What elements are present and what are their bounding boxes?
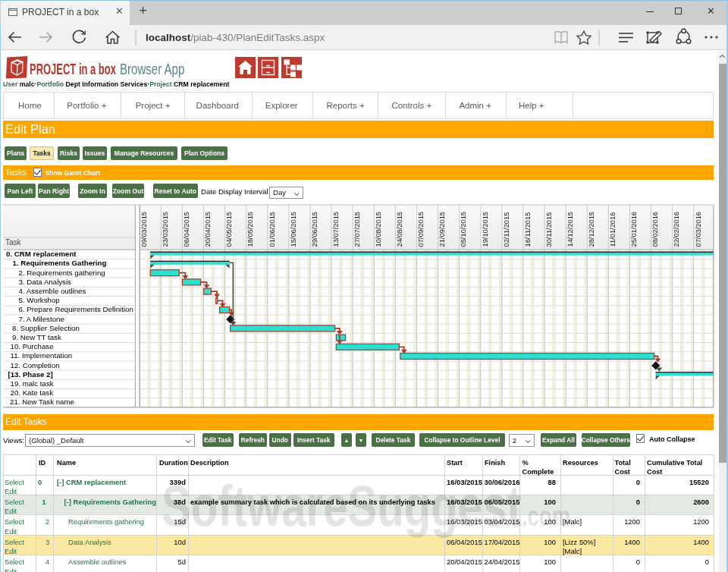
svg-text:08/02/2016: 08/02/2016 xyxy=(651,212,659,247)
svg-text:10. Purchase: 10. Purchase xyxy=(11,342,54,350)
svg-text:20/04/2015: 20/04/2015 xyxy=(204,212,212,247)
svg-text:1. Requirements Gathering: 1. Requirements Gathering xyxy=(13,259,107,267)
svg-text:29/06/2015: 29/06/2015 xyxy=(311,212,318,247)
svg-text:07/09/2015: 07/09/2015 xyxy=(417,212,425,247)
svg-text:18/05/2015: 18/05/2015 xyxy=(246,212,254,247)
svg-text:8. Supplier Selection: 8. Supplier Selection xyxy=(12,324,80,332)
svg-text:3. Data Analysis: 3. Data Analysis xyxy=(19,278,72,286)
svg-text:24/08/2015: 24/08/2015 xyxy=(396,212,403,247)
svg-text:13/07/2015: 13/07/2015 xyxy=(332,212,340,247)
svg-text:10/08/2015: 10/08/2015 xyxy=(375,212,382,247)
svg-text:21. New Task name: 21. New Task name xyxy=(10,398,74,406)
svg-text:Task: Task xyxy=(5,238,22,247)
svg-text:19/10/2015: 19/10/2015 xyxy=(482,212,489,247)
svg-text:06/04/2015: 06/04/2015 xyxy=(183,212,190,247)
svg-text:5. Workshop: 5. Workshop xyxy=(19,296,60,304)
svg-text:2. Requirements gathering: 2. Requirements gathering xyxy=(19,269,105,277)
svg-text:01/06/2015: 01/06/2015 xyxy=(268,212,276,247)
svg-text:9. New TT task: 9. New TT task xyxy=(12,333,61,341)
svg-text:15/06/2015: 15/06/2015 xyxy=(290,212,297,247)
svg-text:7. A Milestone: 7. A Milestone xyxy=(19,315,64,323)
svg-text:30/11/2015: 30/11/2015 xyxy=(545,212,553,247)
svg-text:09/03/2015: 09/03/2015 xyxy=(140,212,148,247)
svg-text:[13. Phase 2]: [13. Phase 2] xyxy=(8,370,53,379)
svg-text:11. Implementation: 11. Implementation xyxy=(11,351,73,360)
svg-text:25/01/2016: 25/01/2016 xyxy=(630,212,638,247)
svg-text:19. malc task: 19. malc task xyxy=(11,379,54,388)
svg-text:07/03/2016: 07/03/2016 xyxy=(695,212,702,247)
svg-text:04/05/2015: 04/05/2015 xyxy=(225,212,233,247)
svg-text:6. Prepare Requirements Defini: 6. Prepare Requirements Definition xyxy=(19,305,133,313)
svg-text:22/02/2016: 22/02/2016 xyxy=(673,212,680,247)
svg-text:21/09/2015: 21/09/2015 xyxy=(438,212,446,247)
svg-text:14/12/2015: 14/12/2015 xyxy=(566,212,574,247)
svg-text:0. CRM replacement: 0. CRM replacement xyxy=(6,250,77,258)
svg-text:11/01/2016: 11/01/2016 xyxy=(609,212,617,247)
svg-text:4. Assemble outlines: 4. Assemble outlines xyxy=(19,287,86,295)
svg-text:02/11/2015: 02/11/2015 xyxy=(503,212,510,247)
svg-text:05/10/2015: 05/10/2015 xyxy=(460,212,467,247)
svg-text:20. Kate task: 20. Kate task xyxy=(11,388,54,397)
svg-text:27/07/2015: 27/07/2015 xyxy=(353,212,361,247)
svg-text:16/11/2015: 16/11/2015 xyxy=(524,212,532,247)
svg-text:28/12/2015: 28/12/2015 xyxy=(588,212,595,247)
svg-text:23/03/2015: 23/03/2015 xyxy=(162,212,169,247)
svg-text:12. Completion: 12. Completion xyxy=(11,361,60,369)
